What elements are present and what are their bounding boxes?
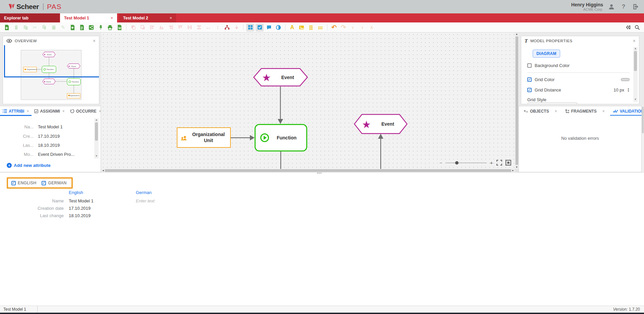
rename-icon[interactable]: ✎ [59,23,67,32]
name-english-value[interactable]: Test Model 1 [69,198,94,203]
attribute-row: Cre... 17.10.2019 [0,134,91,139]
redo-icon[interactable]: ↷ [339,23,347,32]
navigate-forward-icon[interactable]: › [358,23,366,32]
function-shape[interactable]: Function [255,124,307,151]
dots-small-icon[interactable] [307,23,315,32]
distribute-horizontal-icon[interactable] [185,23,194,32]
tab-attributes-close-icon[interactable]: × [26,109,29,114]
canvas-vertical-scrollbar[interactable]: ▲▼ [515,33,519,169]
diagram-canvas[interactable]: ★ Event Function Organizational Unit ★ E… [101,33,519,172]
german-column-header[interactable]: German [136,190,152,195]
align-right-icon[interactable] [167,23,175,32]
grid-color-checkbox[interactable] [527,77,532,82]
dots-large-icon[interactable] [316,23,324,32]
english-checkbox[interactable] [11,181,16,185]
overview-minimap[interactable]: ★★★ Event Event Event Function Function … [21,50,82,100]
new-model-icon[interactable] [3,23,11,32]
navigate-up-icon[interactable]: ∧ [368,23,376,32]
name-german-input[interactable]: Enter text [136,198,155,203]
tab-assignments-close-icon[interactable]: × [62,109,65,114]
event-shape[interactable]: ★ Event [354,114,408,134]
navigate-back-icon[interactable]: ‹ [349,23,357,32]
logout-icon[interactable] [632,3,639,10]
comments-icon[interactable] [265,23,273,32]
export-model-icon[interactable] [68,23,76,32]
align-top-icon[interactable] [176,23,184,32]
toggle-grid-icon[interactable] [246,23,254,32]
hierarchy-icon[interactable] [223,23,231,32]
tab-test-model-2-close-icon[interactable]: × [169,15,172,20]
collapse-panels-icon[interactable] [624,23,632,32]
tab-test-model-2[interactable]: Test Model 2 × [119,13,176,22]
organizational-unit-shape[interactable]: Organizational Unit [177,127,231,148]
tab-assignments[interactable]: ASSIGNMI × [32,106,67,116]
bring-to-front-icon[interactable] [129,23,137,32]
distribute-vertical-icon[interactable] [195,23,203,32]
zoom-in-button[interactable]: + [490,160,493,166]
align-left-icon[interactable] [148,23,156,32]
cut-icon[interactable]: ✂ [31,23,39,32]
attribute-value[interactable]: Event Driven Pro... [38,152,74,157]
background-color-checkbox[interactable] [527,63,532,68]
match-width-icon[interactable]: ↔ [204,23,212,32]
tab-occurrences[interactable]: OCCURRE × [67,106,104,116]
german-checkbox[interactable] [42,181,46,185]
model-properties-scrollbar[interactable]: ▲▼ [633,47,638,102]
grid-distance-checkbox[interactable] [527,88,532,92]
overview-close-icon[interactable]: × [93,39,96,43]
canvas-horizontal-scrollbar[interactable]: ◄► [101,169,515,172]
delete-icon[interactable] [12,23,20,32]
tab-test-model-1[interactable]: Test Model 1 × [60,13,117,22]
user-profile-icon[interactable] [608,3,615,10]
help-icon[interactable]: ? [620,3,627,10]
export-word-icon[interactable]: W [115,23,123,32]
fit-to-screen-icon[interactable] [505,160,511,166]
send-to-back-icon[interactable] [139,23,147,32]
grid-distance-value[interactable]: 10 [613,87,618,92]
zoom-slider[interactable] [446,163,487,163]
pin-icon[interactable] [97,23,105,32]
toggle-selection-icon[interactable] [256,23,264,32]
share-icon[interactable] [87,23,95,32]
align-bottom-icon[interactable] [157,23,165,32]
grid-color-swatch[interactable] [621,78,630,81]
grid-distance-spinner[interactable]: ▲▼ [627,88,630,92]
paste-icon[interactable] [50,23,58,32]
attribute-value[interactable]: 18.10.2019 [38,143,60,148]
event-shape[interactable]: ★ Event [253,68,308,86]
match-height-icon[interactable]: ↕ [214,23,222,32]
attribute-value[interactable]: 17.10.2019 [38,134,60,139]
print-icon[interactable] [106,23,114,32]
right-dock-scrollbar[interactable] [642,106,644,172]
font-color-icon[interactable]: A [288,23,296,32]
zoom-out-button[interactable]: − [439,160,442,166]
english-column-header[interactable]: English [69,190,83,195]
undo-icon[interactable]: ↶ [330,23,338,32]
insert-image-icon[interactable] [298,23,306,32]
tab-fragments[interactable]: FRAGMENTS × [562,106,607,116]
copy-icon[interactable] [40,23,48,32]
grid-style-select[interactable] [527,103,578,104]
tab-test-model-1-close-icon[interactable]: × [110,15,113,20]
tab-objects[interactable]: OBJECTS × [519,106,560,116]
model-properties-close-icon[interactable]: × [633,39,636,43]
fragments-icon [565,109,570,113]
move-down-icon[interactable] [232,23,240,32]
diagram-button[interactable]: DIAGRAM [533,50,560,58]
tab-validation[interactable]: VALIDATION × [610,106,644,116]
tab-attributes[interactable]: ATTRIBI × [0,106,32,116]
report-icon[interactable] [78,23,86,32]
search-icon[interactable] [633,23,641,32]
zoom-slider-thumb[interactable] [455,161,459,165]
tab-objects-close-icon[interactable]: × [555,109,557,114]
panel-resize-handle[interactable]: ••• [317,171,322,175]
duplicate-icon[interactable] [21,23,30,32]
fullscreen-icon[interactable] [496,160,502,166]
toggle-contrast-icon[interactable] [274,23,282,32]
attribute-value[interactable]: Test Model 1 [38,124,63,129]
add-new-attribute-button[interactable]: + Add new attribute [7,163,51,168]
tab-fragments-close-icon[interactable]: × [602,109,605,114]
tab-occurrences-close-icon[interactable]: × [99,109,101,114]
tab-explorer[interactable]: Explorer tab [0,13,60,22]
attributes-scrollbar[interactable]: ▲▼ [94,118,99,159]
